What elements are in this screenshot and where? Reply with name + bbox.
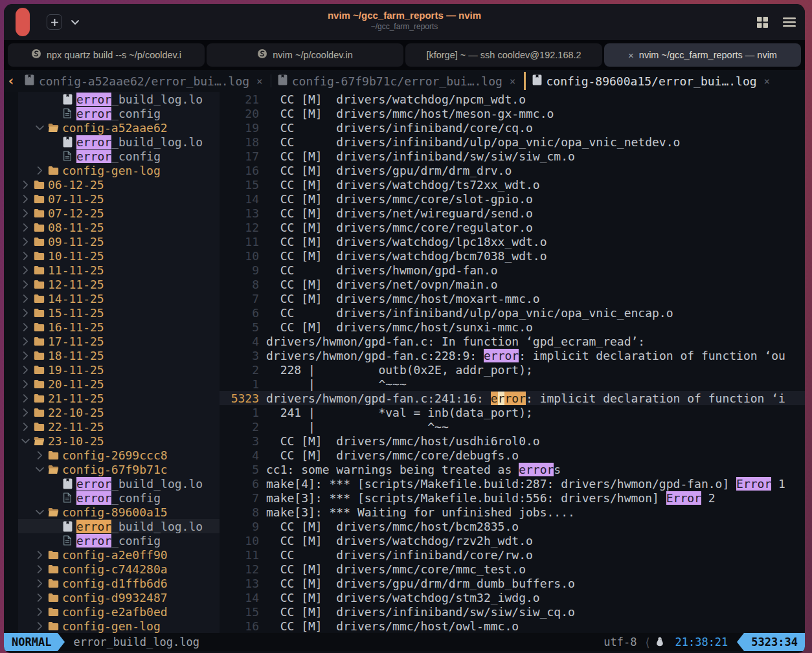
tree-folder-row[interactable]: 18-11-25 [4, 348, 220, 362]
tree-folder-row[interactable]: config-89600a15 [4, 505, 220, 519]
chevron-right-icon[interactable] [18, 280, 32, 289]
log-line[interactable]: 12 CC [M] drivers/mmc/core/regulator.o [220, 220, 805, 234]
tree-file-row[interactable]: error_config [4, 106, 220, 120]
log-line[interactable]: 16 CC [M] drivers/mmc/host/owl-mmc.o [220, 619, 805, 633]
chevron-right-icon[interactable] [18, 337, 32, 346]
chevron-right-icon[interactable] [32, 622, 47, 630]
log-line[interactable]: 14 CC [M] drivers/mmc/core/slot-gpio.o [220, 192, 805, 206]
log-line[interactable]: 8make[3]: *** Waiting for unfinished job… [220, 505, 805, 519]
chevron-right-icon[interactable] [32, 608, 47, 616]
log-line[interactable]: 15 CC [M] drivers/infiniband/sw/siw/siw_… [220, 604, 805, 619]
chevron-right-icon[interactable] [32, 579, 47, 588]
new-tab-button[interactable] [47, 14, 62, 30]
log-line[interactable]: 18 CC drivers/infiniband/ulp/opa_vnic/op… [220, 135, 805, 149]
close-icon[interactable]: × [256, 75, 263, 87]
close-icon[interactable]: × [628, 50, 634, 61]
log-editor[interactable]: 21 CC [M] drivers/watchdog/npcm_wdt.o20 … [220, 92, 805, 633]
tree-folder-row[interactable]: 22-10-25 [4, 405, 220, 419]
chevron-right-icon[interactable] [32, 593, 47, 602]
terminal-tab-ssh[interactable]: [kforge] ~ — ssh cooldev@192.168.2 [405, 43, 602, 67]
tree-folder-row[interactable]: 11-11-25 [4, 263, 220, 277]
chevron-down-icon[interactable] [32, 509, 47, 515]
chevron-down-icon[interactable] [70, 17, 82, 28]
window-control-pill[interactable] [16, 8, 30, 36]
close-icon[interactable]: × [510, 75, 516, 87]
log-line[interactable]: 11 CC [M] drivers/watchdog/lpc18xx_wdt.o [220, 234, 805, 249]
log-line[interactable]: 5323drivers/hwmon/gpd-fan.c:241:16: erro… [220, 391, 805, 405]
log-line[interactable]: 21 CC [M] drivers/watchdog/npcm_wdt.o [220, 92, 805, 106]
log-line[interactable]: 8 CC [M] drivers/net/ovpn/main.o [220, 277, 805, 291]
tree-folder-row[interactable]: 17-11-25 [4, 334, 220, 348]
tree-folder-row[interactable]: 07-12-25 [4, 206, 220, 220]
tree-file-row[interactable]: error_config [4, 149, 220, 163]
log-line[interactable]: 9 CC drivers/hwmon/gpd-fan.o [220, 263, 805, 277]
log-line[interactable]: 15 CC [M] drivers/watchdog/ts72xx_wdt.o [220, 177, 805, 192]
tree-folder-row[interactable]: 09-11-25 [4, 234, 220, 249]
menu-icon[interactable] [783, 17, 796, 27]
file-tree[interactable]: error_build_log.loerror_configconfig-a52… [4, 92, 220, 633]
chevron-right-icon[interactable] [18, 195, 32, 203]
tree-folder-row[interactable]: 19-11-25 [4, 362, 220, 377]
chevron-right-icon[interactable] [18, 323, 32, 331]
tree-folder-row[interactable]: config-gen-log [4, 619, 220, 633]
log-line[interactable]: 7make[3]: *** [scripts/Makefile.build:55… [220, 491, 805, 505]
tabline-overflow-icon[interactable]: ‹ [4, 70, 18, 92]
log-line[interactable]: 4drivers/hwmon/gpd-fan.c: In function ‘g… [220, 334, 805, 348]
layouts-grid-icon[interactable] [756, 16, 769, 28]
buffer-tab-67f9b71c[interactable]: config-67f9b71c/error_bui….log × [271, 70, 524, 92]
tree-folder-row[interactable]: 14-11-25 [4, 291, 220, 305]
chevron-right-icon[interactable] [18, 252, 32, 260]
tree-file-row[interactable]: error_config [4, 491, 220, 505]
log-line[interactable]: 7 CC [M] drivers/mmc/host/moxart-mmc.o [220, 291, 805, 305]
log-line[interactable]: 17 CC [M] drivers/infiniband/sw/siw/siw_… [220, 149, 805, 163]
chevron-right-icon[interactable] [18, 223, 32, 232]
log-line[interactable]: 13 CC [M] drivers/gpu/drm/drm_dumb_buffe… [220, 576, 805, 590]
tree-file-row[interactable]: error_build_log.lo [4, 92, 220, 106]
tree-folder-row[interactable]: config-e2afb0ed [4, 604, 220, 619]
close-icon[interactable]: × [764, 75, 771, 87]
log-line[interactable]: 9 CC [M] drivers/mmc/host/bcm2835.o [220, 519, 805, 533]
log-line[interactable]: 14 CC [M] drivers/watchdog/stm32_iwdg.o [220, 590, 805, 604]
log-line[interactable]: 5 CC [M] drivers/mmc/host/sunxi-mmc.o [220, 320, 805, 334]
tree-folder-row[interactable]: config-a2e0ff90 [4, 548, 220, 562]
log-line[interactable]: 1 | ^~~~ [220, 377, 805, 391]
tree-folder-row[interactable]: config-d1ffb6d6 [4, 576, 220, 590]
chevron-down-icon[interactable] [18, 438, 32, 444]
chevron-right-icon[interactable] [18, 209, 32, 217]
tree-folder-row[interactable]: 16-11-25 [4, 320, 220, 334]
tree-folder-row[interactable]: 07-11-25 [4, 192, 220, 206]
chevron-right-icon[interactable] [18, 351, 32, 360]
tree-file-row[interactable]: error_build_log.lo [4, 135, 220, 149]
chevron-right-icon[interactable] [18, 294, 32, 303]
log-line[interactable]: 6make[4]: *** [scripts/Makefile.build:28… [220, 476, 805, 491]
tree-folder-row[interactable]: config-gen-log [4, 163, 220, 177]
log-line[interactable]: 1 241 | *val = inb(data_port); [220, 405, 805, 419]
buffer-tab-a52aae62[interactable]: config-a52aae62/error_bui….log × [18, 70, 271, 92]
terminal-tab-quartz[interactable]: npx quartz build --s ~/p/cooldev.i [8, 43, 205, 67]
log-line[interactable]: 3 CC [M] drivers/mmc/host/usdhi6rol0.o [220, 434, 805, 448]
log-line[interactable]: 16 CC [M] drivers/gpu/drm/drm_drv.o [220, 163, 805, 177]
tree-folder-row[interactable]: 21-11-25 [4, 391, 220, 405]
chevron-right-icon[interactable] [18, 380, 32, 388]
log-line[interactable]: 11 CC drivers/infiniband/core/rw.o [220, 548, 805, 562]
chevron-right-icon[interactable] [18, 266, 32, 274]
chevron-right-icon[interactable] [18, 408, 32, 417]
tree-folder-row[interactable]: 22-11-25 [4, 419, 220, 434]
tree-folder-row[interactable]: config-a52aae62 [4, 120, 220, 135]
chevron-right-icon[interactable] [18, 309, 32, 317]
log-line[interactable]: 6 CC drivers/infiniband/ulp/opa_vnic/opa… [220, 305, 805, 320]
terminal-tab-gcc-farm-reports[interactable]: × nvim ~/gcc_farm_reports — nvim [604, 43, 801, 67]
tree-folder-row[interactable]: 06-12-25 [4, 177, 220, 192]
buffer-tab-89600a15[interactable]: config-89600a15/error_bui….log × [526, 70, 778, 92]
chevron-down-icon[interactable] [32, 467, 47, 472]
chevron-right-icon[interactable] [32, 166, 47, 175]
log-line[interactable]: 2 228 | outb(0x2E, addr_port); [220, 362, 805, 377]
tree-folder-row[interactable]: 15-11-25 [4, 305, 220, 320]
log-line[interactable]: 12 CC [M] drivers/mmc/core/mmc_test.o [220, 562, 805, 576]
tree-folder-row[interactable]: 10-11-25 [4, 249, 220, 263]
tree-folder-row[interactable]: config-2699ccc8 [4, 448, 220, 462]
tree-folder-row[interactable]: config-d9932487 [4, 590, 220, 604]
log-line[interactable]: 4 CC [M] drivers/mmc/core/debugfs.o [220, 448, 805, 462]
tree-folder-row[interactable]: config-67f9b71c [4, 462, 220, 476]
chevron-right-icon[interactable] [32, 565, 47, 573]
